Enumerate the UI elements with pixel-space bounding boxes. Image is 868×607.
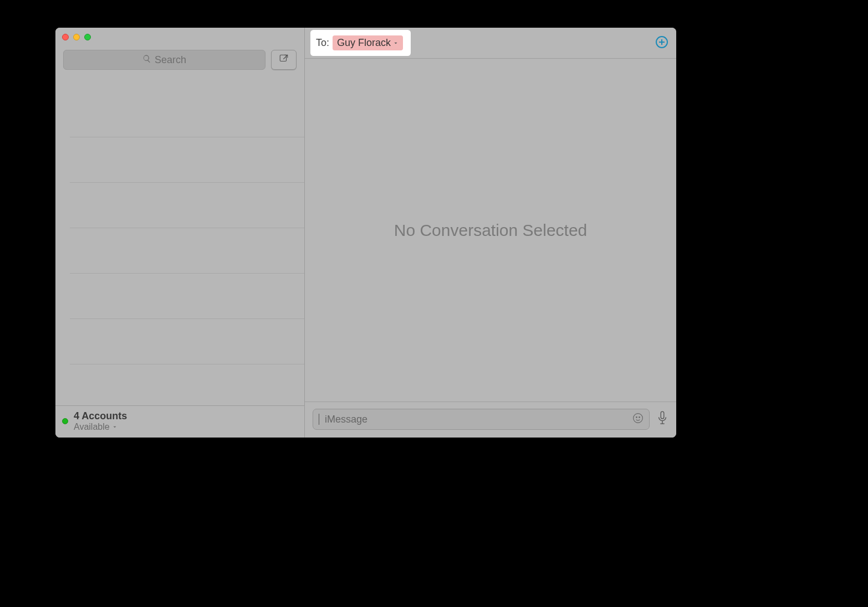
recipient-chip[interactable]: Guy Florack <box>333 35 403 50</box>
sidebar: Search 4 Accounts Available <box>55 28 305 438</box>
to-field-highlight: To: Guy Florack <box>313 32 409 54</box>
search-icon <box>142 54 151 66</box>
message-input[interactable]: iMessage <box>313 409 650 430</box>
svg-point-6 <box>639 416 640 418</box>
list-item[interactable] <box>70 319 304 364</box>
compose-button[interactable] <box>271 50 297 70</box>
text-cursor <box>319 414 319 425</box>
accounts-label: 4 Accounts <box>74 410 127 422</box>
svg-rect-0 <box>280 55 286 61</box>
list-item[interactable] <box>70 137 304 183</box>
chevron-down-icon <box>112 422 118 432</box>
to-bar: To: Guy Florack <box>305 28 676 59</box>
to-label: To: <box>316 37 329 49</box>
main-panel: To: Guy Florack No Conversation Selected <box>305 28 676 438</box>
status-label: Available <box>74 422 110 432</box>
status-dropdown[interactable]: Available <box>74 422 127 432</box>
window-titlebar <box>55 28 304 47</box>
chevron-down-icon <box>393 37 399 49</box>
list-item[interactable] <box>70 183 304 228</box>
sidebar-toolbar: Search <box>55 47 304 75</box>
message-placeholder: iMessage <box>325 414 628 425</box>
messages-window: Search 4 Accounts Available <box>55 28 676 438</box>
microphone-icon <box>656 418 668 428</box>
conversation-body: No Conversation Selected <box>305 59 676 402</box>
compose-icon <box>279 54 289 66</box>
empty-state-label: No Conversation Selected <box>394 221 588 240</box>
svg-point-5 <box>636 416 637 418</box>
window-minimize-button[interactable] <box>73 34 80 40</box>
window-zoom-button[interactable] <box>84 34 91 40</box>
conversation-list <box>55 75 304 405</box>
add-recipient-button[interactable] <box>655 35 668 51</box>
svg-rect-7 <box>661 411 664 419</box>
sidebar-footer: 4 Accounts Available <box>55 405 304 438</box>
microphone-button[interactable] <box>656 410 668 428</box>
window-close-button[interactable] <box>62 34 69 40</box>
list-item[interactable] <box>70 228 304 274</box>
recipient-name: Guy Florack <box>337 37 391 49</box>
list-item[interactable] <box>70 274 304 319</box>
emoji-icon[interactable] <box>632 413 644 426</box>
search-input[interactable]: Search <box>63 50 265 70</box>
list-item[interactable] <box>70 92 304 137</box>
svg-point-4 <box>634 413 643 423</box>
footer-text: 4 Accounts Available <box>74 410 127 432</box>
plus-circle-icon <box>655 41 668 50</box>
compose-bar: iMessage <box>305 402 676 438</box>
presence-indicator-icon <box>62 418 68 424</box>
search-placeholder: Search <box>155 54 186 66</box>
